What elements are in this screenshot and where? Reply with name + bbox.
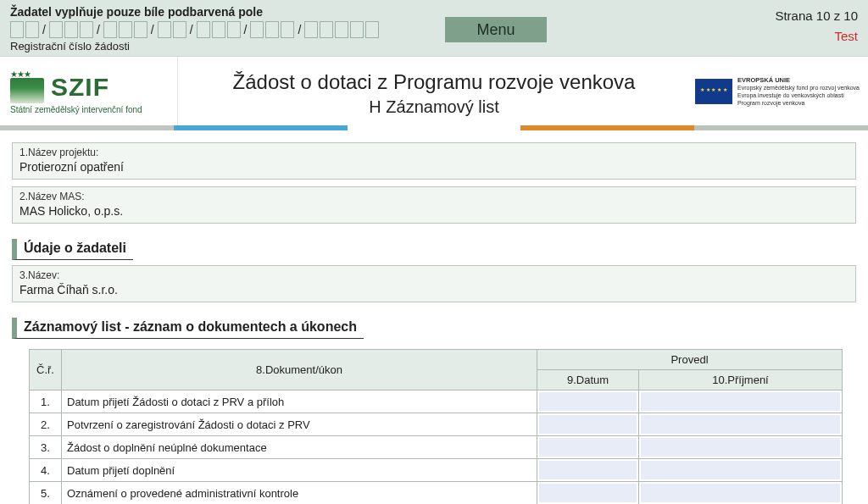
reg-cell[interactable] (212, 21, 225, 38)
separator: / (188, 23, 195, 36)
eu-line4: Program rozvoje venkova (737, 100, 804, 106)
reg-cell[interactable] (335, 21, 348, 38)
date-input[interactable] (539, 392, 637, 411)
reg-cell[interactable] (103, 21, 117, 38)
stripe-segment (694, 125, 868, 130)
th-cr: Č.ř. (30, 350, 62, 390)
form-title: Žádost o dotaci z Programu rozvoje venko… (185, 70, 683, 94)
th-surname: 10.Příjmení (639, 370, 843, 390)
cell-surname (639, 413, 843, 436)
table-row: 3.Žádost o doplnění neúplné dokumentace (30, 436, 843, 459)
cell-row-number: 2. (30, 413, 62, 436)
reg-cell[interactable] (365, 21, 379, 38)
top-note: Žadatel vyplňuje pouze bíle podbarvená p… (10, 5, 858, 19)
form-title-block: Žádost o dotaci z Programu rozvoje venko… (178, 57, 690, 125)
cell-doc: Datum přijetí Žádosti o dotaci z PRV a p… (62, 390, 537, 413)
reg-cell[interactable] (173, 21, 186, 38)
surname-input[interactable] (641, 438, 840, 457)
reg-cell[interactable] (158, 21, 171, 38)
separator: / (41, 23, 47, 36)
cell-surname (639, 436, 843, 459)
cell-row-number: 4. (30, 459, 62, 482)
reg-cell[interactable] (119, 21, 132, 38)
surname-input[interactable] (641, 484, 840, 502)
field3-value: Farma Číhaň s.r.o. (19, 283, 849, 296)
cell-surname (639, 390, 843, 413)
stripe-segment (0, 125, 174, 130)
reg-cell[interactable] (25, 21, 39, 38)
registration-number-cells: ////// (10, 21, 379, 38)
field2-label: 2.Název MAS: (19, 191, 849, 202)
cell-doc: Žádost o doplnění neúplné dokumentace (62, 436, 537, 459)
table-row: 1.Datum přijetí Žádosti o dotaci z PRV a… (30, 390, 843, 413)
reg-cell[interactable] (281, 21, 294, 38)
registration-caption: Registrační číslo žádosti (10, 40, 858, 53)
cell-surname (639, 482, 843, 505)
reg-cell[interactable] (134, 21, 147, 38)
eu-line1: EVROPSKÁ UNIE (737, 76, 790, 84)
reg-cell[interactable] (197, 21, 210, 38)
reg-cell[interactable] (80, 21, 93, 38)
cell-date (537, 390, 639, 413)
records-table: Č.ř. 8.Dokument/úkon Provedl 9.Datum 10.… (29, 349, 843, 504)
surname-input[interactable] (641, 415, 840, 434)
reg-cell[interactable] (320, 21, 333, 38)
stripe-segment (520, 125, 694, 130)
stripe-segment (348, 125, 521, 130)
szif-field-icon (10, 78, 44, 103)
cell-date (537, 436, 639, 459)
field3-label: 3.Název: (19, 269, 849, 281)
header-band: ★★★ SZIF Státní zemědělský intervenční f… (0, 56, 868, 125)
eu-line3: Evropa investuje do venkovských oblastí (737, 92, 844, 98)
field2-value: MAS Holicko, o.p.s. (19, 204, 849, 218)
eu-flag-icon (695, 79, 732, 104)
reg-cell[interactable] (304, 21, 318, 38)
reg-cell[interactable] (265, 21, 279, 38)
field1-value: Protierozní opatření (19, 160, 849, 174)
date-input[interactable] (539, 484, 637, 502)
table-row: 4.Datum přijetí doplnění (30, 459, 843, 482)
section-applicant: Údaje o žadateli (12, 239, 133, 260)
th-date: 9.Datum (537, 370, 639, 390)
date-input[interactable] (539, 415, 637, 434)
menu-button[interactable]: Menu (445, 17, 547, 42)
separator: / (149, 23, 156, 36)
color-stripe (0, 125, 868, 130)
reg-cell[interactable] (250, 21, 264, 38)
reg-cell[interactable] (49, 21, 63, 38)
cell-date (537, 482, 639, 505)
cell-row-number: 1. (30, 390, 62, 413)
reg-cell[interactable] (350, 21, 364, 38)
cell-doc: Potvrzení o zaregistrování Žádosti o dot… (62, 413, 537, 436)
field-applicant-name: 3.Název: Farma Číhaň s.r.o. (12, 265, 856, 302)
eu-block: EVROPSKÁ UNIE Evropský zemědělský fond p… (690, 57, 868, 125)
field1-label: 1.Název projektu: (19, 147, 849, 158)
separator: / (95, 23, 102, 36)
cell-date (537, 459, 639, 482)
table-row: 2.Potvrzení o zaregistrování Žádosti o d… (30, 413, 843, 436)
date-input[interactable] (539, 438, 637, 457)
separator: / (242, 23, 249, 36)
cell-surname (639, 459, 843, 482)
reg-cell[interactable] (10, 21, 24, 38)
cell-row-number: 5. (30, 482, 62, 505)
separator: / (296, 23, 303, 36)
surname-input[interactable] (641, 392, 840, 411)
stripe-segment (174, 125, 348, 130)
reg-cell[interactable] (227, 21, 241, 38)
date-input[interactable] (539, 461, 637, 479)
cell-row-number: 3. (30, 436, 62, 459)
szif-logo: ★★★ SZIF Státní zemědělský intervenční f… (0, 57, 178, 125)
cell-doc: Datum přijetí doplnění (62, 459, 537, 482)
szif-name: SZIF (51, 73, 109, 102)
field-project-name: 1.Název projektu: Protierozní opatření (12, 142, 856, 180)
surname-input[interactable] (641, 461, 840, 479)
szif-subtitle: Státní zemědělský intervenční fond (10, 105, 169, 114)
form-subtitle: H Záznamový list (185, 97, 683, 117)
th-doc: 8.Dokument/úkon (62, 350, 537, 390)
table-row: 5.Oznámení o provedené administrativní k… (30, 482, 843, 505)
top-bar: Žadatel vyplňuje pouze bíle podbarvená p… (0, 0, 868, 56)
field-mas-name: 2.Název MAS: MAS Holicko, o.p.s. (12, 186, 856, 224)
eu-line2: Evropský zemědělský fond pro rozvoj venk… (737, 85, 860, 91)
reg-cell[interactable] (64, 21, 78, 38)
